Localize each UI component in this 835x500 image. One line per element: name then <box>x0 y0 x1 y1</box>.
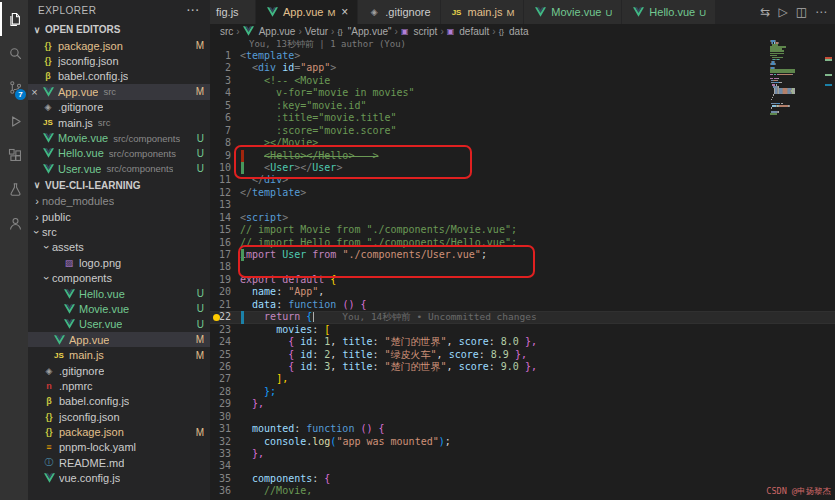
line-number[interactable]: 18 <box>210 261 240 273</box>
breadcrumb-item[interactable]: Vetur <box>305 26 328 37</box>
tree-file-movie-vue[interactable]: Movie.vueU <box>28 301 210 316</box>
line-number[interactable]: 14 <box>210 212 240 224</box>
chevron-icon[interactable]: › <box>31 227 43 237</box>
tree-folder-assets[interactable]: ›assets <box>28 240 210 255</box>
open-editor-item[interactable]: ×App.vuesrcM <box>28 84 210 99</box>
line-number[interactable]: 2 <box>210 62 240 74</box>
open-editor-item[interactable]: Movie.vuesrc/componentsU <box>28 130 210 145</box>
extensions-icon[interactable] <box>0 138 28 172</box>
code-line[interactable]: 3 <!-- <Movie <box>210 75 835 87</box>
tree-file-babel-config-js[interactable]: βbabel.config.js <box>28 394 210 409</box>
line-number[interactable]: 26 <box>210 361 240 373</box>
line-number[interactable]: 19 <box>210 274 240 286</box>
code-line[interactable]: 27 ], <box>210 373 835 385</box>
code-line[interactable]: 22 return {You, 14秒钟前 • Uncommitted chan… <box>210 311 835 323</box>
close-icon[interactable]: × <box>28 86 41 98</box>
line-number[interactable]: 6 <box>210 112 240 124</box>
code-line[interactable]: 20 name: "App", <box>210 286 835 298</box>
line-number[interactable]: 31 <box>210 423 240 435</box>
code-line[interactable]: 32 console.log("app was mounted"); <box>210 436 835 448</box>
code-line[interactable]: 35 components: { <box>210 473 835 485</box>
code-line[interactable]: 19export default { <box>210 274 835 286</box>
line-number[interactable]: 10 <box>210 162 240 174</box>
open-editors-section-header[interactable]: ∨ OPEN EDITORS <box>28 21 210 38</box>
testing-icon[interactable] <box>0 172 28 206</box>
code-line[interactable]: 26 { id: 3, title: "楚门的世界", score: 9.0 }… <box>210 361 835 373</box>
code-line[interactable]: 12</template> <box>210 187 835 199</box>
tree-file-package-json[interactable]: {}package.jsonM <box>28 424 210 439</box>
breadcrumb-item[interactable]: src <box>220 26 233 37</box>
code-line[interactable]: 15// import Movie from "./components/Mov… <box>210 224 835 236</box>
breadcrumb-item[interactable]: ▣default <box>447 26 490 37</box>
tree-file-vue-config-js[interactable]: vue.config.js <box>28 471 210 486</box>
line-number[interactable]: 23 <box>210 324 240 336</box>
line-number[interactable]: 25 <box>210 349 240 361</box>
compare-changes-icon[interactable]: ⇆ <box>760 5 770 19</box>
line-number[interactable]: 8 <box>210 137 240 149</box>
code-line[interactable]: 36 //Movie, <box>210 485 835 497</box>
breadcrumb-item[interactable]: ▣script <box>401 26 437 37</box>
code-line[interactable]: 4 v-for="movie in movies" <box>210 87 835 99</box>
code-line[interactable]: 11 </div> <box>210 174 835 186</box>
code-line[interactable]: 2 <div id="app"> <box>210 62 835 74</box>
folder-section-header[interactable]: ∨ VUE-CLI-LEARNING <box>28 177 210 194</box>
line-number[interactable]: 13 <box>210 199 240 211</box>
tree-folder-components[interactable]: ›components <box>28 270 210 285</box>
line-number[interactable]: 29 <box>210 398 240 410</box>
code-line[interactable]: 24 { id: 1, title: "楚门的世界", score: 8.0 }… <box>210 336 835 348</box>
line-number[interactable]: 32 <box>210 436 240 448</box>
editor[interactable]: You, 13秒钟前 | 1 author (You) 1<template>2… <box>210 38 835 500</box>
tab-app-vue[interactable]: App.vueM× <box>256 0 358 24</box>
breadcrumb-item[interactable]: App.vue <box>243 26 296 37</box>
tree-folder-src[interactable]: ›src <box>28 224 210 239</box>
tree-file--gitignore[interactable]: ◈.gitignore <box>28 363 210 378</box>
line-number[interactable]: 21 <box>210 299 240 311</box>
line-number[interactable]: 12 <box>210 187 240 199</box>
code-line[interactable]: 13 <box>210 199 835 211</box>
open-editor-item[interactable]: User.vuesrc/componentsU <box>28 161 210 176</box>
line-number[interactable]: 5 <box>210 100 240 112</box>
open-editor-item[interactable]: ◈.gitignore <box>28 100 210 115</box>
code-line[interactable]: 25 { id: 2, title: "绿皮火车", score: 8.9 }, <box>210 349 835 361</box>
line-number[interactable]: 15 <box>210 224 240 236</box>
code-line[interactable]: 17import User from "./components/User.vu… <box>210 249 835 261</box>
tree-file-logo-png[interactable]: ▨logo.png <box>28 255 210 270</box>
open-editor-item[interactable]: JSmain.jssrc <box>28 115 210 130</box>
code-line[interactable]: 30 <box>210 411 835 423</box>
line-number[interactable]: 20 <box>210 286 240 298</box>
tree-file-hello-vue[interactable]: Hello.vueU <box>28 286 210 301</box>
code-line[interactable]: 18 <box>210 261 835 273</box>
run-icon[interactable]: ▷ <box>778 5 787 19</box>
code-line[interactable]: 16// import Hello from "./components/Hel… <box>210 237 835 249</box>
line-number[interactable]: 36 <box>210 485 240 497</box>
code-line[interactable]: 9 <Hello></Hello> --> <box>210 150 835 162</box>
open-editor-item[interactable]: βbabel.config.js <box>28 69 210 84</box>
search-icon[interactable] <box>0 36 28 70</box>
tree-file-pnpm-lock-yaml[interactable]: ≡pnpm-lock.yaml <box>28 440 210 455</box>
code-line[interactable]: 28 }; <box>210 386 835 398</box>
tree-folder-public[interactable]: ›public <box>28 209 210 224</box>
tab--gitignore[interactable]: ◈.gitignore <box>358 0 440 24</box>
open-editor-item[interactable]: Hello.vuesrc/componentsU <box>28 146 210 161</box>
tree-file-readme-md[interactable]: ⓘREADME.md <box>28 455 210 470</box>
code-line[interactable]: 23 movies: [ <box>210 324 835 336</box>
open-editor-item[interactable]: {}jsconfig.json <box>28 53 210 68</box>
line-number[interactable]: 7 <box>210 125 240 137</box>
line-number[interactable]: 1 <box>210 50 240 62</box>
line-number[interactable]: 24 <box>210 336 240 348</box>
code-line[interactable]: 31 mounted: function () { <box>210 423 835 435</box>
code-line[interactable]: 1<template> <box>210 50 835 62</box>
gitlens-codelens[interactable]: You, 13秒钟前 | 1 author (You) <box>249 38 835 50</box>
minimap[interactable] <box>770 40 822 115</box>
chevron-icon[interactable]: › <box>32 195 42 207</box>
tab-hello-vue[interactable]: Hello.vueU <box>622 0 716 24</box>
code-line[interactable]: 29 }, <box>210 398 835 410</box>
run-debug-icon[interactable] <box>0 104 28 138</box>
breadcrumb-item[interactable]: {}"App.vue" <box>337 26 391 37</box>
split-editor-icon[interactable]: ◫ <box>796 5 807 19</box>
tree-folder-node-modules[interactable]: ›node_modules <box>28 194 210 209</box>
code-line[interactable]: 5 :key="movie.id" <box>210 100 835 112</box>
breadcrumb-item[interactable]: {}data <box>499 26 529 37</box>
line-number[interactable]: 16 <box>210 237 240 249</box>
close-icon[interactable]: × <box>341 5 348 19</box>
